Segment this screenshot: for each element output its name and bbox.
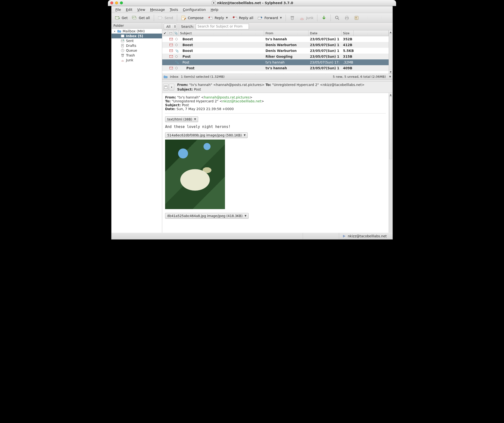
- chevron-down-icon[interactable]: ▼: [280, 16, 282, 19]
- message-row[interactable]: Posttv's hannah23/05/07(Sun) 1409B: [162, 65, 389, 71]
- minimize-window-icon[interactable]: [115, 1, 118, 4]
- expand-icon[interactable]: ▾: [113, 30, 116, 33]
- tree-drafts[interactable]: Drafts: [112, 43, 162, 48]
- message-row[interactable]: 📎BoostDenis Warburton23/05/07(Sun) 15.5K…: [162, 48, 389, 54]
- tree-inbox[interactable]: Inbox (5): [112, 34, 162, 38]
- scroll-up-icon[interactable]: ▲: [389, 30, 392, 34]
- menu-configuration[interactable]: Configuration: [181, 6, 208, 13]
- search-input[interactable]: Search for Subject or From: [196, 24, 249, 29]
- drafts-icon: [121, 44, 125, 48]
- message-scrollbar[interactable]: ▲ ▼: [389, 93, 392, 239]
- header-summary: ▾ From: "tv's hannah" <hannah@posts.rat.…: [162, 82, 392, 93]
- scroll-thumb[interactable]: [389, 97, 392, 159]
- replyall-button[interactable]: Reply all: [230, 14, 255, 21]
- search-button[interactable]: [333, 14, 342, 21]
- send-button[interactable]: Send: [156, 14, 175, 21]
- envelope-down-icon: [115, 15, 120, 21]
- inbox-icon: [121, 34, 125, 38]
- menu-edit[interactable]: Edit: [123, 6, 135, 13]
- folder-sidebar: Folder ▾ Mailbox (MH) Inbox (5) Sent: [112, 23, 162, 239]
- menu-tools[interactable]: Tools: [167, 6, 181, 13]
- splitter-handle[interactable]: . . . . . .: [162, 80, 392, 82]
- chevron-down-icon[interactable]: ▼: [389, 75, 391, 78]
- close-window-icon[interactable]: [110, 1, 113, 4]
- arrow-down-icon: [321, 15, 327, 21]
- getall-button[interactable]: Get all: [130, 14, 152, 21]
- svg-rect-8: [291, 16, 294, 17]
- tree-junk[interactable]: Junk: [112, 58, 162, 63]
- col-date[interactable]: Date: [308, 30, 342, 36]
- next-button[interactable]: [319, 14, 329, 21]
- scroll-down-icon[interactable]: ▼: [389, 70, 392, 74]
- forward-button[interactable]: Forward▼: [256, 14, 284, 21]
- tree-sent[interactable]: Sent: [112, 38, 162, 43]
- mime-part-button[interactable]: text/html (38B)▼: [165, 116, 198, 122]
- col-read[interactable]: ✔: [162, 30, 168, 36]
- account-label[interactable]: nkizz@tacobelllabs.net: [348, 234, 387, 238]
- save-msg-button[interactable]: [163, 84, 168, 91]
- chevron-down-icon: ▼: [244, 134, 246, 136]
- message-row[interactable]: Boosttv's hannah23/05/07(Sun) 1352B: [162, 36, 389, 42]
- trash-icon: [121, 53, 125, 57]
- print-icon: [344, 15, 350, 21]
- reply-button[interactable]: Reply▼: [206, 14, 230, 21]
- folder-open-icon: [117, 29, 121, 33]
- status-summary: 5 new, 5 unread, 6 total (2.06MB): [333, 75, 386, 78]
- message-row[interactable]: 📎 ▾Posttv's hannah23/05/07(Sun) 17:.32MB: [162, 59, 389, 65]
- col-subject[interactable]: Subject: [179, 30, 264, 36]
- col-attachment[interactable]: 📎: [174, 30, 179, 36]
- get-button[interactable]: Get: [113, 14, 130, 21]
- search-label: Search:: [181, 25, 194, 28]
- tree-root-mailbox[interactable]: ▾ Mailbox (MH): [112, 29, 162, 34]
- folder-pane-header: Folder: [112, 23, 162, 29]
- message-row[interactable]: BoostDenis Warburton23/05/07(Sun) 1412B: [162, 42, 389, 48]
- macos-titlebar: X nkizz@tacobelllabs.net - Sylpheed 3.7.…: [108, 0, 396, 6]
- tree-queue[interactable]: Queue: [112, 48, 162, 53]
- attachment-1-image[interactable]: [165, 140, 225, 209]
- print-button[interactable]: [342, 14, 351, 21]
- sent-icon: [121, 39, 125, 43]
- message-list[interactable]: ✔ 📎 Subject From Date Size Boosttv's han…: [162, 30, 389, 74]
- chevron-down-icon: ▼: [245, 214, 246, 217]
- menu-file[interactable]: File: [113, 6, 123, 13]
- attachment-2-button[interactable]: 8b41a525abc464a8.jpg image/jpeg (418.3KB…: [165, 213, 249, 219]
- scroll-up-icon[interactable]: ▲: [389, 93, 392, 97]
- menu-view[interactable]: View: [135, 6, 148, 13]
- addressbook-button[interactable]: [352, 14, 361, 21]
- search-icon: [335, 15, 340, 21]
- from-address-link[interactable]: hannah@posts.rat.pictures: [204, 95, 250, 99]
- folder-tree[interactable]: ▾ Mailbox (MH) Inbox (5) Sent Draf: [112, 29, 162, 239]
- svg-rect-14: [355, 16, 358, 20]
- junk-icon: [299, 15, 305, 21]
- queue-icon: [121, 49, 125, 52]
- status-folder: inbox: [170, 75, 178, 78]
- online-icon[interactable]: ⫸: [343, 234, 346, 238]
- svg-rect-16: [121, 44, 124, 47]
- compose-button[interactable]: Compose: [179, 14, 205, 21]
- chevron-down-icon[interactable]: ▼: [226, 16, 228, 19]
- menu-message[interactable]: Message: [148, 6, 167, 13]
- app-window: File Edit View Message Tools Configurati…: [111, 6, 393, 240]
- header-dropdown-button[interactable]: ▾: [169, 84, 174, 91]
- to-address-link[interactable]: nkizz@tacobelllabs.net: [222, 99, 261, 103]
- tree-trash[interactable]: Trash: [112, 53, 162, 58]
- col-size[interactable]: Size: [342, 30, 354, 36]
- menu-help[interactable]: Help: [208, 6, 221, 13]
- attachment-1-button[interactable]: 514a6ec62dbf089b.jpg image/jpeg (580.1KB…: [165, 132, 248, 138]
- col-from[interactable]: From: [264, 30, 308, 36]
- reply-icon: [208, 15, 213, 21]
- col-mail[interactable]: [168, 30, 174, 36]
- svg-point-15: [356, 17, 357, 18]
- message-row[interactable]: PostRiker Googling23/05/07(Sun) 1315B: [162, 54, 389, 59]
- x11-app-icon: X: [212, 1, 216, 5]
- junk-icon: [121, 58, 125, 62]
- envelopes-down-icon: [132, 15, 137, 21]
- trash-icon: [290, 15, 295, 21]
- menubar: File Edit View Message Tools Configurati…: [112, 6, 392, 13]
- zoom-window-icon[interactable]: [120, 1, 123, 4]
- trash-button[interactable]: [288, 14, 297, 21]
- list-scrollbar[interactable]: ▲ ▼: [389, 30, 392, 74]
- message-view[interactable]: From: "tv's hannah" <hannah@posts.rat.pi…: [162, 93, 389, 239]
- filter-combo[interactable]: All ▲▼: [164, 24, 177, 29]
- junk-button[interactable]: Junk: [297, 14, 315, 21]
